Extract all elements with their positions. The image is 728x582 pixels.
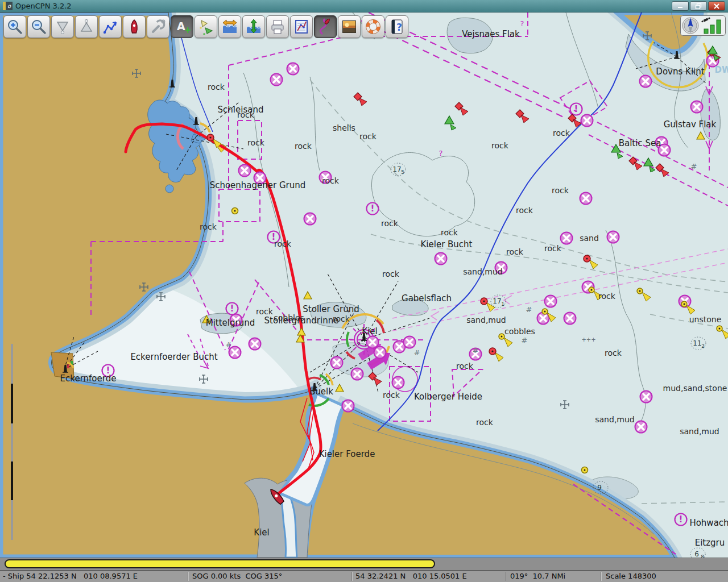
yellow-spar-dot (591, 289, 593, 291)
toolbar-route-create-button[interactable] (99, 15, 122, 38)
status-own-ship-position: - Ship 54 22.1253 N 010 08.9571 E (3, 572, 138, 580)
chart-bar-chart-button[interactable] (5, 559, 435, 568)
compass-needle-icon (682, 18, 698, 34)
toolbar-route-manager-button[interactable] (290, 15, 313, 38)
svg-text:?: ? (396, 22, 402, 33)
tide-height-icon (245, 18, 262, 35)
yellow-spar-dot (684, 304, 685, 305)
depth-decimal: 5 (401, 169, 404, 175)
seabed-hash-mark: # (473, 346, 479, 355)
seabed-label: sand,mud (466, 315, 506, 325)
toolbar-track-button[interactable] (314, 15, 337, 38)
place-label: Stollergrundrinne (264, 315, 339, 326)
seabed-label: rock (605, 348, 622, 357)
seabed-label: rock (274, 239, 292, 248)
place-label: Gabelsflach (402, 293, 452, 304)
seabed-label: rock (441, 228, 458, 237)
place-label: Kieler Bucht (421, 239, 473, 250)
yellow-mark-dot (584, 469, 586, 471)
seabed-label: rock (552, 186, 569, 195)
status-bar: - Ship 54 22.1253 N 010 08.9571 E SOG 0.… (0, 570, 728, 582)
toolbar-tides-button[interactable] (218, 15, 241, 38)
yellow-spar-dot (544, 311, 546, 313)
caution-symbol-mark: ! (679, 514, 683, 525)
seabed-label: rock (256, 307, 274, 316)
route-manager-icon (293, 18, 310, 35)
seabed-label: rock (544, 244, 562, 253)
depth-decimal: 1 (501, 301, 504, 307)
red-spar-dot (586, 257, 588, 259)
question-mark: ? (520, 19, 524, 28)
toolbar-currents-button[interactable] (195, 15, 217, 38)
scale-in-icon (78, 18, 95, 35)
tides-icon (221, 18, 238, 35)
seabed-label: sand,mud (680, 427, 719, 436)
seabed-label: rock (322, 176, 340, 185)
place-label: Eitzgru (695, 538, 725, 548)
seabed-label: rock (476, 418, 494, 427)
restore-button[interactable] (690, 1, 707, 11)
seabed-hash-mark: # (526, 305, 532, 314)
track-icon (317, 18, 334, 35)
depth-value: 11 (693, 339, 701, 347)
toolbar-scale-in-button[interactable] (75, 15, 98, 38)
place-label: Stoller Grund (303, 304, 359, 314)
yellow-spar-dot (501, 336, 503, 338)
toolbar-options-button[interactable] (147, 15, 169, 38)
depth-value: 17 (493, 297, 501, 305)
window-title: OpenCPN 3.2.2 (15, 2, 672, 10)
place-label: Buelk (309, 386, 333, 397)
toolbar-scale-out-button[interactable] (51, 15, 74, 38)
seabed-label: rock (359, 132, 377, 141)
restore-icon (695, 3, 702, 9)
chart-canvas[interactable]: !!!!!!######??+++175171112968rockrockroc… (0, 13, 728, 558)
route-create-icon (102, 18, 119, 35)
toolbar-follow-ship-button[interactable] (123, 15, 146, 38)
minimize-button[interactable] (672, 1, 689, 11)
seabed-label: rock (553, 128, 570, 138)
seabed-label: rock (382, 269, 400, 278)
seabed-hash-mark: # (522, 336, 528, 344)
close-button[interactable] (708, 1, 725, 11)
place-label: Schleisand (218, 105, 264, 115)
seabed-label: rock (506, 247, 524, 256)
opencpn-window: o OpenCPN 3.2.2 (0, 0, 728, 582)
seabed-label: rock (200, 222, 217, 231)
toolbar-print-button[interactable] (266, 15, 289, 38)
caution-symbol-mark: ! (230, 304, 234, 314)
place-label: Kieler Foerde (319, 449, 375, 459)
depth-value: 17 (392, 165, 401, 173)
place-label: Hohwach (689, 518, 728, 528)
wrench-icon (150, 18, 167, 35)
yellow-mark-dot (234, 210, 236, 212)
toolbar-help-button[interactable]: ? (386, 15, 408, 38)
seabed-label: sand (580, 234, 599, 243)
toolbar-color-scheme-button[interactable] (338, 15, 361, 38)
toolbar-enc-text-button[interactable]: A+ (171, 15, 193, 38)
compass-widget[interactable] (680, 15, 726, 36)
toolbar-zoom-in-button[interactable] (3, 15, 26, 38)
place-label: Vejsnaes Flak (462, 29, 520, 39)
toolbar-tide-height-button[interactable] (242, 15, 265, 38)
lifebuoy-icon (365, 18, 382, 35)
caution-symbol-mark: ! (574, 104, 578, 114)
seabed-label: rock (247, 138, 265, 147)
enc-text-icon: A+ (173, 18, 191, 35)
seabed-label: rock (456, 361, 474, 371)
place-label: Kiel (362, 326, 377, 336)
toolbar-zoom-out-button[interactable] (27, 15, 50, 38)
place-label: Schoenhagener Grund (210, 180, 306, 190)
seabed-label: rock (295, 142, 312, 151)
color-scheme-icon (341, 18, 358, 35)
place-label: Kolberger Heide (414, 392, 482, 402)
close-icon (713, 3, 720, 9)
title-bar: o OpenCPN 3.2.2 (0, 0, 728, 13)
zoom-in-icon (6, 18, 23, 35)
follow-ship-icon (126, 18, 143, 35)
toolbar-mob-button[interactable] (362, 15, 384, 38)
seabed-label: mud,sand,stone (663, 384, 727, 393)
seabed-label: sand,mud (595, 415, 634, 424)
status-cursor-bearing-range: 019° 10.7 NMi (510, 572, 565, 580)
seabed-hash-mark: # (691, 162, 697, 171)
caution-symbol-mark: ! (371, 203, 375, 214)
